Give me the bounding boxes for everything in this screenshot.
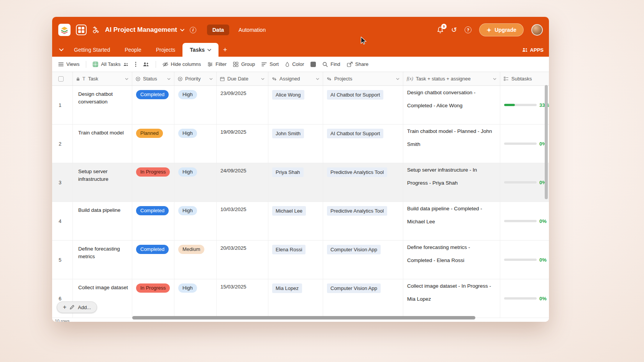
column-header-assigned[interactable]: Assigned [268,72,323,85]
task-cell[interactable]: Build data pipeline [73,202,132,240]
help-icon[interactable]: ? [465,26,472,33]
sort-button[interactable]: Sort [261,61,279,67]
collaborators-button[interactable] [143,62,149,67]
priority-cell[interactable]: Medium [174,241,217,279]
priority-badge[interactable]: High [178,90,197,99]
row-number[interactable]: 2 [52,124,73,163]
projects-cell[interactable]: AI Chatbot for Support [323,86,403,124]
table-row[interactable]: 2 Train chatbot model Planned High 19/09… [52,124,549,163]
app-logo-icon[interactable] [58,24,71,36]
projects-cell[interactable]: AI Chatbot for Support [323,124,403,163]
priority-badge[interactable]: Medium [178,245,204,254]
tab-data[interactable]: Data [207,25,229,35]
table-row[interactable]: 5 Define forecasting metrics Completed M… [52,241,549,279]
assigned-cell[interactable]: Elena Rossi [268,241,323,279]
table-row[interactable]: 4 Build data pipeline Completed High 10/… [52,202,549,241]
priority-cell[interactable]: High [174,163,217,201]
projects-cell[interactable]: Predictive Analytics Tool [323,202,403,240]
chevron-down-icon[interactable] [180,29,184,31]
status-cell[interactable]: Completed [132,202,174,240]
assignee-chip[interactable]: Priya Shah [272,167,304,177]
assigned-cell[interactable]: Michael Lee [268,202,323,240]
priority-badge[interactable]: High [178,206,197,215]
sheet-tab-projects[interactable]: Projects [149,43,183,57]
status-cell[interactable]: Completed [132,241,174,279]
priority-cell[interactable]: High [174,124,217,163]
project-chip[interactable]: Computer Vision App [327,245,381,254]
priority-cell[interactable]: High [174,202,217,240]
status-badge[interactable]: In Progress [136,167,170,177]
chevron-down-icon[interactable] [125,78,128,80]
tools-icon[interactable] [92,26,100,34]
priority-badge[interactable]: High [178,283,197,293]
status-cell[interactable]: In Progress [132,163,174,201]
subtasks-cell[interactable]: 33% [500,86,549,124]
assigned-cell[interactable]: Priya Shah [268,163,323,201]
formula-cell[interactable]: Define forecasting metrics - Completed -… [403,241,500,279]
assignee-chip[interactable]: Mia Lopez [272,283,302,293]
status-badge[interactable]: Planned [136,129,163,138]
due-date-cell[interactable]: 19/09/2025 [217,124,268,163]
task-cell[interactable]: Setup server infrastructure [73,163,132,201]
share-button[interactable]: Share [347,61,369,67]
formula-cell[interactable]: Train chatbot model - Planned - John Smi… [403,124,500,163]
project-chip[interactable]: AI Chatbot for Support [327,129,383,138]
due-date-cell[interactable]: 24/09/2025 [217,163,268,201]
assigned-cell[interactable]: Alice Wong [268,86,323,124]
column-header-subtasks[interactable]: Subtasks [500,72,549,85]
subtasks-cell[interactable]: 0% [500,163,549,201]
info-icon[interactable]: i [190,27,196,33]
row-number[interactable]: 3 [52,163,73,201]
column-header-status[interactable]: Status [132,72,174,85]
assignee-chip[interactable]: Michael Lee [272,206,306,216]
assignee-chip[interactable]: John Smith [272,129,304,138]
column-header-priority[interactable]: Priority [174,72,217,85]
views-button[interactable]: Views [58,61,79,67]
formula-cell[interactable]: Build data pipeline - Completed - Michae… [403,202,500,240]
projects-cell[interactable]: Computer Vision App [323,241,403,279]
subtasks-cell[interactable]: 0% [500,279,549,318]
status-cell[interactable]: Planned [132,124,174,163]
status-badge[interactable]: Completed [136,90,169,99]
find-button[interactable]: Find [322,61,340,67]
assigned-cell[interactable]: Mia Lopez [268,279,323,318]
color-button[interactable]: Color [285,61,304,67]
project-chip[interactable]: Predictive Analytics Tool [327,206,387,216]
status-cell[interactable]: In Progress [132,279,174,318]
task-cell[interactable]: Train chatbot model [73,124,132,163]
view-menu-button[interactable] [135,62,136,67]
project-chip[interactable]: AI Chatbot for Support [327,90,383,100]
due-date-cell[interactable]: 23/09/2025 [217,86,268,124]
column-header-due-date[interactable]: Due Date [217,72,268,85]
upgrade-button[interactable]: Upgrade [479,23,524,36]
row-number[interactable]: 5 [52,241,73,279]
chevron-down-icon[interactable] [493,78,496,80]
project-chip[interactable]: Predictive Analytics Tool [327,167,387,177]
bell-icon[interactable]: 9 [437,26,444,33]
column-header-formula[interactable]: f(x) Task + status + assignee [403,72,500,85]
formula-cell[interactable]: Collect image dataset - In Progress - Mi… [403,279,500,318]
tab-automation[interactable]: Automation [233,25,271,35]
due-date-cell[interactable]: 15/03/2025 [217,279,268,318]
priority-badge[interactable]: High [178,167,197,177]
select-all-header[interactable] [52,72,73,85]
table-row[interactable]: 1 Design chatbot conversation Completed … [52,86,549,124]
table-row[interactable]: 6 Collect image dataset In Progress High… [52,279,549,318]
task-cell[interactable]: Define forecasting metrics [73,241,132,279]
due-date-cell[interactable]: 20/03/2025 [217,241,268,279]
app-switcher-icon[interactable] [76,25,87,35]
assigned-cell[interactable]: John Smith [268,124,323,163]
subtasks-cell[interactable]: 0% [500,202,549,240]
projects-cell[interactable]: Predictive Analytics Tool [323,163,403,201]
history-icon[interactable]: ↺ [451,26,457,33]
column-header-projects[interactable]: Projects [323,72,403,85]
sheet-tab-people[interactable]: People [117,43,149,57]
current-view-button[interactable]: All Tasks [93,61,128,67]
status-badge[interactable]: In Progress [136,283,170,293]
chevron-down-icon[interactable] [207,49,211,51]
sheet-tab-getting-started[interactable]: Getting Started [67,43,117,57]
assignee-chip[interactable]: Elena Rossi [272,245,306,254]
horizontal-scrollbar[interactable] [132,316,475,319]
priority-cell[interactable]: High [174,279,217,318]
group-button[interactable]: Group [233,61,255,67]
